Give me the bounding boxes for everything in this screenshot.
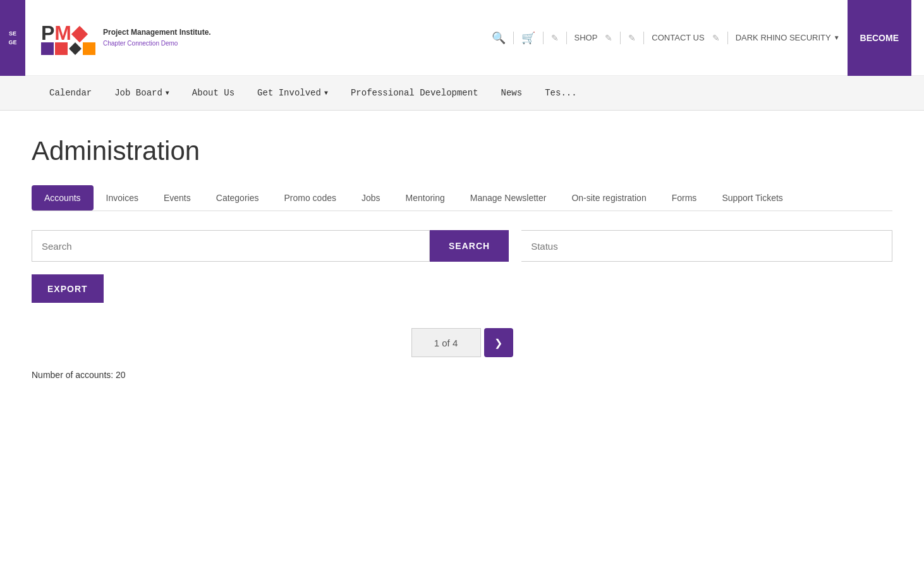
search-button[interactable]: SEARCH (430, 230, 509, 262)
divider-5 (643, 32, 644, 44)
chevron-down-icon: ▼ (324, 90, 328, 97)
export-button[interactable]: EXPORT (32, 274, 104, 303)
logo-area[interactable]: P M ◆ Project Management Institute. Chap… (41, 21, 211, 55)
divider-4 (620, 32, 621, 44)
divider-6 (727, 32, 728, 44)
become-button[interactable]: BECOME (848, 0, 911, 76)
tab-onsite-registration[interactable]: On-site registration (559, 185, 659, 211)
left-sidebar-partial: SE GE (0, 0, 25, 76)
tab-categories[interactable]: Categories (204, 185, 272, 211)
tab-invoices[interactable]: Invoices (94, 185, 151, 211)
search-input[interactable] (32, 230, 430, 262)
nav-item-calendar[interactable]: Calendar (38, 76, 103, 111)
sidebar-text-se: SE (9, 30, 16, 37)
account-count: Number of accounts: 20 (32, 370, 892, 380)
pencil-icon-1[interactable]: ✎ (551, 33, 559, 43)
divider-2 (543, 32, 544, 44)
nav-item-test[interactable]: Tes... (533, 76, 588, 111)
pencil-icon-2[interactable]: ✎ (605, 33, 612, 43)
tab-events[interactable]: Events (151, 185, 204, 211)
pagination-area: 1 of 4 ❯ (32, 328, 892, 357)
dark-rhino-dropdown[interactable]: DARK RHINO SECURITY ▼ (736, 33, 840, 42)
status-input[interactable] (521, 230, 892, 262)
divider-1 (513, 32, 514, 44)
tab-mentoring[interactable]: Mentoring (393, 185, 458, 211)
search-area: SEARCH (32, 230, 892, 262)
nav-item-get-involved[interactable]: Get Involved ▼ (246, 76, 339, 111)
tab-manage-newsletter[interactable]: Manage Newsletter (458, 185, 559, 211)
top-bar: SE GE P M ◆ (0, 0, 924, 76)
nav-item-about-us[interactable]: About Us (181, 76, 246, 111)
tab-promo-codes[interactable]: Promo codes (271, 185, 348, 211)
next-page-button[interactable]: ❯ (484, 328, 513, 357)
logo-text: Project Management Institute. Chapter Co… (103, 28, 211, 48)
nav-bar: Calendar Job Board ▼ About Us Get Involv… (0, 76, 924, 111)
divider-3 (566, 32, 567, 44)
tab-accounts[interactable]: Accounts (32, 185, 94, 211)
nav-item-job-board[interactable]: Job Board ▼ (103, 76, 181, 111)
export-area: EXPORT (32, 274, 892, 328)
admin-tabs: Accounts Invoices Events Categories Prom… (32, 185, 892, 211)
cart-icon[interactable]: 🛒 (521, 31, 535, 45)
shop-link[interactable]: SHOP (574, 33, 598, 42)
search-icon[interactable]: 🔍 (492, 31, 506, 45)
chevron-right-icon: ❯ (494, 337, 502, 349)
tab-jobs[interactable]: Jobs (349, 185, 393, 211)
chevron-down-icon: ▼ (834, 34, 840, 41)
top-bar-right: 🔍 🛒 ✎ SHOP ✎ ✎ CONTACT US ✎ DARK RHINO S… (492, 0, 911, 76)
sidebar-text-ge: GE (8, 39, 16, 46)
tab-support-tickets[interactable]: Support Tickets (709, 185, 796, 211)
chevron-down-icon: ▼ (166, 90, 169, 97)
nav-item-news[interactable]: News (490, 76, 534, 111)
page-title: Administration (32, 136, 892, 166)
nav-item-professional-development[interactable]: Professional Development (339, 76, 490, 111)
pencil-icon-4[interactable]: ✎ (712, 33, 720, 43)
contact-us-link[interactable]: CONTACT US (652, 33, 704, 42)
page-info: 1 of 4 (411, 328, 481, 357)
tab-forms[interactable]: Forms (659, 185, 710, 211)
main-content: Administration Accounts Invoices Events … (0, 111, 924, 405)
pencil-icon-3[interactable]: ✎ (628, 33, 636, 43)
